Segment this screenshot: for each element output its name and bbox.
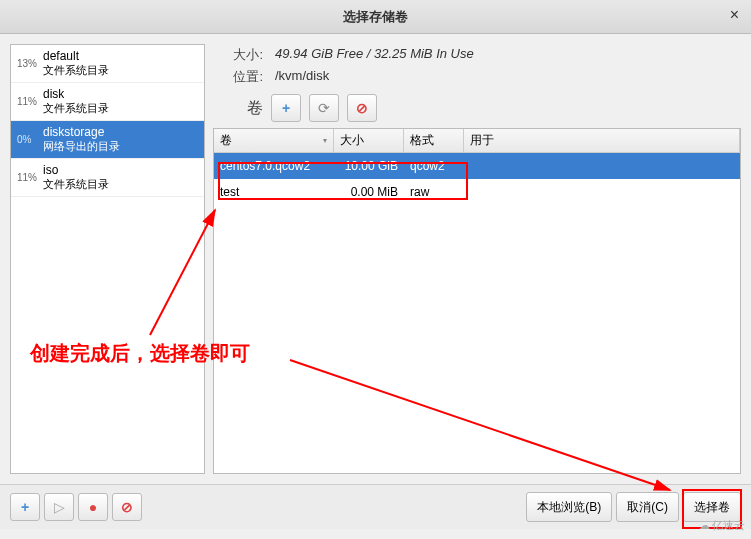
cell-fmt: qcow2: [404, 155, 464, 177]
cell-name: test: [214, 181, 334, 203]
pool-pct: 11%: [17, 96, 39, 107]
col-size[interactable]: 大小: [334, 129, 404, 152]
cell-size: 0.00 MiB: [334, 181, 404, 203]
record-icon: ●: [89, 499, 97, 515]
size-value: 49.94 GiB Free / 32.25 MiB In Use: [275, 46, 474, 64]
pool-sub: 网络导出的目录: [43, 139, 120, 154]
stop-button[interactable]: ●: [78, 493, 108, 521]
pool-item-iso[interactable]: 11% iso 文件系统目录: [11, 159, 204, 197]
browse-local-button[interactable]: 本地浏览(B): [526, 492, 612, 522]
volumes-table: 卷▾ 大小 格式 用于 centos7.0.qcow2 10.00 GiB qc…: [213, 128, 741, 474]
pool-pct: 11%: [17, 172, 39, 183]
volume-toolbar: 卷 + ⟳ ⊘: [213, 94, 741, 122]
delete-volume-button[interactable]: ⊘: [347, 94, 377, 122]
size-row: 大小: 49.94 GiB Free / 32.25 MiB In Use: [213, 44, 741, 66]
plus-icon: +: [21, 499, 29, 515]
pool-pct: 0%: [17, 134, 39, 145]
pool-item-disk[interactable]: 11% disk 文件系统目录: [11, 83, 204, 121]
size-label: 大小:: [213, 46, 263, 64]
delete-pool-button[interactable]: ⊘: [112, 493, 142, 521]
footer: + ▷ ● ⊘ 本地浏览(B) 取消(C) 选择卷: [0, 484, 751, 529]
delete-icon: ⊘: [356, 100, 368, 116]
add-volume-button[interactable]: +: [271, 94, 301, 122]
window-title: 选择存储卷: [343, 8, 408, 26]
cell-name: centos7.0.qcow2: [214, 155, 334, 177]
pool-sub: 文件系统目录: [43, 101, 109, 116]
col-volume[interactable]: 卷▾: [214, 129, 334, 152]
refresh-button[interactable]: ⟳: [309, 94, 339, 122]
cell-fmt: raw: [404, 181, 464, 203]
location-label: 位置:: [213, 68, 263, 86]
pool-item-default[interactable]: 13% default 文件系统目录: [11, 45, 204, 83]
delete-icon: ⊘: [121, 499, 133, 515]
volume-label: 卷: [213, 98, 263, 119]
play-button[interactable]: ▷: [44, 493, 74, 521]
cell-used: [464, 188, 740, 196]
table-row[interactable]: test 0.00 MiB raw: [214, 179, 740, 205]
col-used[interactable]: 用于: [464, 129, 740, 152]
titlebar: 选择存储卷 ×: [0, 0, 751, 34]
close-icon[interactable]: ×: [730, 6, 739, 24]
pool-sub: 文件系统目录: [43, 63, 109, 78]
pool-name: default: [43, 49, 109, 63]
pool-pct: 13%: [17, 58, 39, 69]
play-icon: ▷: [54, 499, 65, 515]
sort-caret-icon: ▾: [323, 136, 327, 145]
right-panel: 大小: 49.94 GiB Free / 32.25 MiB In Use 位置…: [213, 44, 741, 474]
add-pool-button[interactable]: +: [10, 493, 40, 521]
pool-name: diskstorage: [43, 125, 120, 139]
cell-used: [464, 162, 740, 170]
col-format[interactable]: 格式: [404, 129, 464, 152]
plus-icon: +: [282, 100, 290, 116]
pool-name: iso: [43, 163, 109, 177]
pool-item-diskstorage[interactable]: 0% diskstorage 网络导出的目录: [11, 121, 204, 159]
location-value: /kvm/disk: [275, 68, 329, 86]
cell-size: 10.00 GiB: [334, 155, 404, 177]
table-row[interactable]: centos7.0.qcow2 10.00 GiB qcow2: [214, 153, 740, 179]
location-row: 位置: /kvm/disk: [213, 66, 741, 88]
cloud-icon: ☁: [699, 519, 710, 532]
table-header: 卷▾ 大小 格式 用于: [214, 129, 740, 153]
main-area: 13% default 文件系统目录 11% disk 文件系统目录 0% di…: [0, 34, 751, 484]
pool-name: disk: [43, 87, 109, 101]
cancel-button[interactable]: 取消(C): [616, 492, 679, 522]
storage-pools-sidebar: 13% default 文件系统目录 11% disk 文件系统目录 0% di…: [10, 44, 205, 474]
pool-sub: 文件系统目录: [43, 177, 109, 192]
refresh-icon: ⟳: [318, 100, 330, 116]
watermark: ☁ 亿速云: [699, 518, 745, 533]
